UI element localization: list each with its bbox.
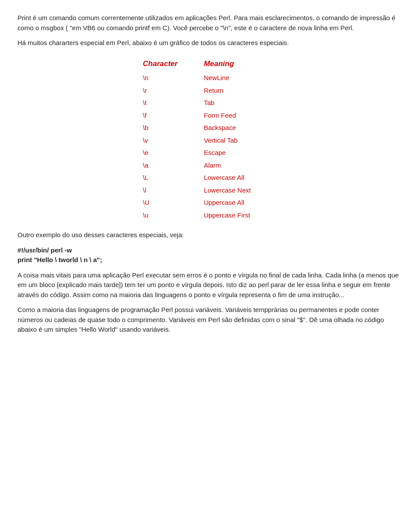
table-cell-char: \U: [143, 196, 204, 209]
table-row: \lLowercase Next: [143, 184, 277, 197]
paragraph-4: A coisa mais vitais para uma aplicação P…: [18, 270, 402, 300]
table-cell-meaning: Tab: [204, 97, 277, 109]
table-cell-meaning: Vertical Tab: [204, 134, 277, 147]
table-cell-char: \r: [143, 84, 204, 97]
table-row: \UUppercase All: [143, 196, 277, 209]
paragraph-5: Como a maioria das linguagens de program…: [18, 305, 402, 335]
table-row: \bBackspace: [143, 122, 277, 134]
paragraph-1: Print é um comando comum correntemente u…: [18, 13, 402, 33]
col1-header: Character: [143, 57, 204, 72]
table-cell-char: \l: [143, 184, 204, 197]
paragraph-3: Outro exemplo do uso desses caracteres e…: [18, 230, 402, 240]
code-block: #!/usr/bin/ perl -w print "Hello \ tworl…: [18, 245, 402, 265]
table-row: \vVertical Tab: [143, 134, 277, 147]
table-cell-char: \n: [143, 72, 204, 84]
table-cell-meaning: Backspace: [204, 122, 277, 134]
table-cell-meaning: Escape: [204, 147, 277, 159]
table-cell-char: \e: [143, 147, 204, 159]
table-row: \LLowercase All: [143, 172, 277, 184]
table-cell-char: \f: [143, 109, 204, 122]
table-cell-meaning: Form Feed: [204, 109, 277, 122]
table-cell-meaning: NewLine: [204, 72, 277, 84]
table-row: \tTab: [143, 97, 277, 109]
table-cell-char: \u: [143, 209, 204, 222]
code-line-1: #!/usr/bin/ perl -w: [18, 245, 402, 256]
table-cell-meaning: Uppercase All: [204, 196, 277, 209]
code-line-2: print "Hello \ tworld \ n \ a";: [18, 255, 402, 265]
table-cell-meaning: Alarm: [204, 159, 277, 172]
table-cell-meaning: Return: [204, 84, 277, 97]
table-row: \aAlarm: [143, 159, 277, 172]
table-cell-meaning: Lowercase All: [204, 172, 277, 184]
table-cell-char: \b: [143, 122, 204, 134]
table-cell-char: \L: [143, 172, 204, 184]
paragraph-2: Há muitos chararters especial em Perl, a…: [18, 38, 402, 48]
table-cell-char: \a: [143, 159, 204, 172]
table-row: \uUppercase First: [143, 209, 277, 222]
table-row: \rReturn: [143, 84, 277, 97]
table-cell-char: \t: [143, 97, 204, 109]
table-cell-char: \v: [143, 134, 204, 147]
special-chars-table: Character Meaning \nNewLine\rReturn\tTab…: [18, 57, 402, 222]
table-row: \fForm Feed: [143, 109, 277, 122]
table-row: \nNewLine: [143, 72, 277, 84]
col2-header: Meaning: [204, 57, 277, 72]
table-cell-meaning: Uppercase First: [204, 209, 277, 222]
table-cell-meaning: Lowercase Next: [204, 184, 277, 197]
table-row: \eEscape: [143, 147, 277, 159]
